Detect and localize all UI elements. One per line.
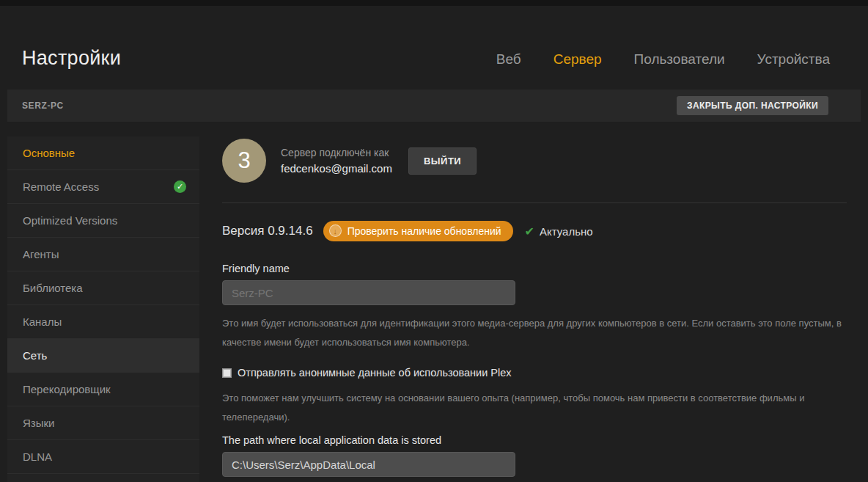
sidebar-item-label: Агенты bbox=[23, 248, 59, 260]
sidebar-item-label: Optimized Versions bbox=[23, 214, 117, 227]
sidebar-item-dlna[interactable]: DLNA bbox=[7, 440, 199, 474]
anonymous-data-row[interactable]: Отправлять анонимные данные об использов… bbox=[222, 367, 847, 379]
anonymous-data-checkbox[interactable] bbox=[222, 368, 232, 378]
nav-tabs: Веб Сервер Пользователи Устройства bbox=[496, 51, 830, 67]
settings-sidebar: Основные Remote Access ✓ Optimized Versi… bbox=[7, 136, 199, 482]
tab-users[interactable]: Пользователи bbox=[634, 51, 725, 67]
section-divider bbox=[222, 202, 847, 203]
check-updates-button[interactable]: ↓ Проверить наличие обновлений bbox=[323, 221, 513, 241]
account-row: 3 Сервер подключён как fedcenkos@gmail.c… bbox=[222, 138, 847, 183]
sidebar-item-label: DLNA bbox=[23, 450, 52, 463]
account-info: Сервер подключён как fedcenkos@gmail.com bbox=[281, 145, 392, 177]
anonymous-data-label: Отправлять анонимные данные об использов… bbox=[238, 367, 512, 379]
sidebar-item-languages[interactable]: Языки bbox=[7, 406, 199, 440]
general-settings-panel: 3 Сервер подключён как fedcenkos@gmail.c… bbox=[222, 136, 847, 477]
top-strip bbox=[0, 0, 868, 6]
account-email: fedcenkos@gmail.com bbox=[281, 161, 392, 177]
page-title: Настройки bbox=[22, 47, 121, 70]
sidebar-item-label: Основные bbox=[23, 147, 75, 159]
app-data-path-label: The path where local application data is… bbox=[222, 434, 847, 446]
header: Настройки Веб Сервер Пользователи Устрой… bbox=[0, 6, 868, 87]
remote-access-ok-icon: ✓ bbox=[174, 180, 186, 193]
version-row: Версия 0.9.14.6 ↓ Проверить наличие обно… bbox=[222, 221, 847, 241]
friendly-name-label: Friendly name bbox=[222, 263, 847, 274]
sidebar-item-remote-access[interactable]: Remote Access ✓ bbox=[7, 170, 199, 204]
sidebar-item-optimized-versions[interactable]: Optimized Versions bbox=[7, 204, 199, 238]
sidebar-item-library[interactable]: Библиотека bbox=[7, 271, 199, 305]
tab-server[interactable]: Сервер bbox=[553, 51, 602, 67]
sidebar-item-network[interactable]: Сеть bbox=[7, 339, 199, 373]
app-data-path-input[interactable] bbox=[222, 452, 515, 477]
server-name: SERZ-PC bbox=[22, 101, 64, 111]
sidebar-item-agents[interactable]: Агенты bbox=[7, 238, 199, 271]
version-label: Версия 0.9.14.6 bbox=[222, 224, 313, 238]
tab-web[interactable]: Веб bbox=[496, 51, 521, 67]
friendly-name-help: Это имя будет использоваться для идентиф… bbox=[222, 314, 847, 352]
anonymous-data-help: Это поможет нам улучшить систему на осно… bbox=[222, 389, 847, 427]
friendly-name-input[interactable] bbox=[222, 280, 515, 305]
sidebar-item-label: Remote Access bbox=[23, 180, 99, 193]
sidebar-item-label: Перекодировщик bbox=[23, 383, 111, 395]
check-updates-label: Проверить наличие обновлений bbox=[347, 225, 501, 237]
check-icon: ✔ bbox=[525, 224, 534, 238]
sidebar-item-transcoder[interactable]: Перекодировщик bbox=[7, 373, 199, 406]
sidebar-item-label: Библиотека bbox=[23, 282, 83, 294]
sign-out-button[interactable]: ВЫЙТИ bbox=[408, 147, 477, 175]
update-status-label: Актуально bbox=[540, 225, 593, 238]
server-bar: SERZ-PC ЗАКРЫТЬ ДОП. НАСТРОЙКИ bbox=[7, 90, 861, 122]
sidebar-item-label: Каналы bbox=[23, 315, 62, 328]
sidebar-item-general[interactable]: Основные bbox=[7, 136, 199, 170]
sidebar-item-label: Сеть bbox=[23, 349, 47, 362]
connected-as-label: Сервер подключён как bbox=[281, 145, 392, 161]
avatar: 3 bbox=[222, 139, 266, 183]
close-advanced-settings-button[interactable]: ЗАКРЫТЬ ДОП. НАСТРОЙКИ bbox=[677, 96, 828, 115]
tab-devices[interactable]: Устройства bbox=[757, 51, 830, 67]
update-status: ✔ Актуально bbox=[525, 224, 593, 238]
sidebar-item-channels[interactable]: Каналы bbox=[7, 305, 199, 339]
download-circle-icon: ↓ bbox=[329, 224, 342, 237]
sidebar-item-label: Языки bbox=[23, 417, 54, 429]
